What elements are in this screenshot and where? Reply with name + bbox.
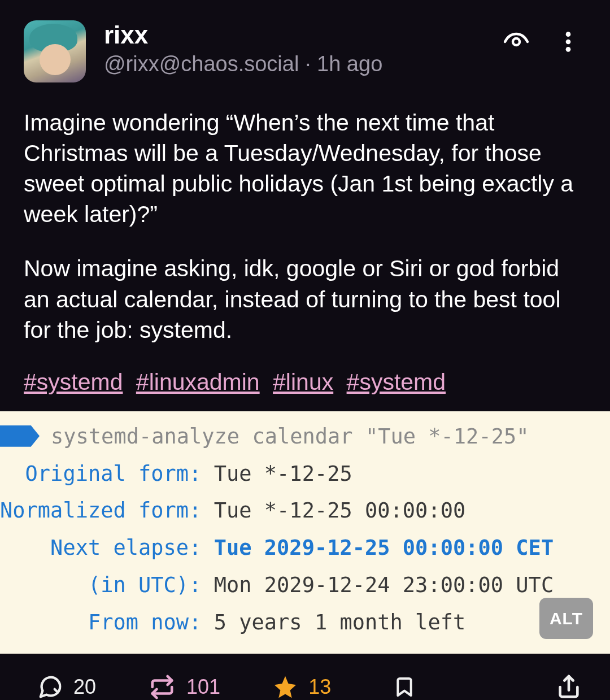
handle[interactable]: @rixx@chaos.social xyxy=(104,52,299,76)
terminal-value: Tue 2029-12-25 00:00:00 CET xyxy=(214,536,554,560)
hashtag-link[interactable]: #linuxadmin xyxy=(136,369,260,395)
terminal-label: (in UTC): xyxy=(0,573,214,597)
alt-badge[interactable]: ALT xyxy=(539,598,593,639)
terminal-command: systemd-analyze calendar "Tue *-12-25" xyxy=(51,424,529,449)
hashtag-link[interactable]: #systemd xyxy=(347,369,446,395)
avatar[interactable] xyxy=(24,20,86,82)
terminal-row: (in UTC): Mon 2029-12-24 23:00:00 UTC xyxy=(0,567,604,604)
time-ago[interactable]: 1h ago xyxy=(317,52,382,76)
share-button[interactable] xyxy=(556,674,582,700)
reply-button[interactable]: 20 xyxy=(37,674,96,700)
display-name[interactable]: rixx xyxy=(104,21,382,49)
separator: · xyxy=(305,52,317,76)
reply-count: 20 xyxy=(73,675,96,699)
hashtag-link[interactable]: #systemd xyxy=(24,369,123,395)
terminal-label: From now: xyxy=(0,610,214,634)
post-header: rixx @rixx@chaos.social · 1h ago xyxy=(0,0,610,82)
action-bar: 20 101 13 xyxy=(0,654,610,700)
terminal-row: Original form: Tue *-12-25 xyxy=(0,455,604,493)
post-content: Imagine wondering “When’s the next time … xyxy=(0,82,610,369)
prompt-arrow-icon xyxy=(0,425,40,447)
terminal-row: Next elapse: Tue 2029-12-25 00:00:00 CET xyxy=(0,529,604,567)
author-block: rixx @rixx@chaos.social · 1h ago xyxy=(104,20,382,76)
terminal-screenshot[interactable]: systemd-analyze calendar "Tue *-12-25" O… xyxy=(0,411,610,654)
paragraph: Imagine wondering “When’s the next time … xyxy=(24,107,586,229)
bookmark-icon xyxy=(393,674,416,700)
terminal-value: Tue *-12-25 xyxy=(214,462,352,486)
terminal-row: Normalized form: Tue *-12-25 00:00:00 xyxy=(0,492,604,529)
boost-count: 101 xyxy=(186,675,220,699)
paragraph: Now imagine asking, idk, google or Siri … xyxy=(24,253,586,345)
boost-button[interactable]: 101 xyxy=(148,674,220,700)
boost-icon xyxy=(148,674,176,700)
visibility-icon[interactable] xyxy=(503,28,530,55)
post: rixx @rixx@chaos.social · 1h ago Imag xyxy=(0,0,610,700)
terminal-row: From now: 5 years 1 month left xyxy=(0,604,604,641)
svg-point-2 xyxy=(566,40,571,45)
terminal-label: Next elapse: xyxy=(0,536,214,560)
star-icon xyxy=(272,674,298,700)
terminal-label: Original form: xyxy=(0,462,214,486)
terminal-label: Normalized form: xyxy=(0,498,214,523)
svg-point-0 xyxy=(513,38,520,45)
svg-point-1 xyxy=(566,32,571,37)
favorite-button[interactable]: 13 xyxy=(272,674,331,700)
header-actions xyxy=(503,20,586,55)
favorite-count: 13 xyxy=(308,675,331,699)
share-icon xyxy=(556,674,582,700)
terminal-value: Mon 2029-12-24 23:00:00 UTC xyxy=(214,573,554,597)
hashtag-link[interactable]: #linux xyxy=(273,369,333,395)
terminal-command-line: systemd-analyze calendar "Tue *-12-25" xyxy=(0,418,604,455)
more-icon[interactable] xyxy=(555,28,582,55)
handle-line: @rixx@chaos.social · 1h ago xyxy=(104,52,382,76)
svg-point-3 xyxy=(566,47,571,52)
reply-icon xyxy=(37,674,63,700)
terminal-value: Tue *-12-25 00:00:00 xyxy=(214,498,466,523)
hashtags: #systemd #linuxadmin #linux #systemd xyxy=(0,369,610,411)
bookmark-button[interactable] xyxy=(393,674,416,700)
terminal-value: 5 years 1 month left xyxy=(214,610,466,634)
